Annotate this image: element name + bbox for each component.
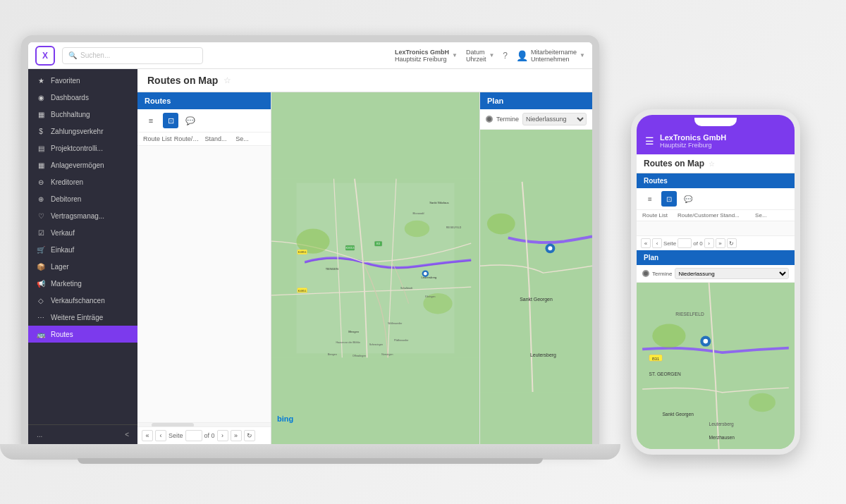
marketing-icon: 📢 bbox=[37, 279, 45, 288]
phone-wrapper: ☰ LexTronics GmbH Hauptsitz Freiburg Rou… bbox=[631, 109, 807, 462]
page-title-bar: Routes on Map ☆ bbox=[137, 69, 592, 92]
phone-content: Routes on Map ☆ Routes ≡ ⊡ 💬 Route List … bbox=[637, 154, 795, 449]
phone-map-view-button[interactable]: ⊡ bbox=[661, 191, 677, 207]
help-button[interactable]: ? bbox=[503, 51, 508, 61]
search-bar[interactable]: 🔍 Suchen... bbox=[62, 47, 203, 64]
sidebar-item-weitere[interactable]: ⋯ Weitere Einträge bbox=[28, 309, 137, 326]
phone-chat-button[interactable]: 💬 bbox=[680, 191, 696, 207]
phone-page-input[interactable] bbox=[678, 238, 692, 248]
dashboard-icon: ◉ bbox=[37, 93, 45, 102]
svg-text:Mooswald: Mooswald bbox=[413, 212, 424, 215]
routes-list-content bbox=[137, 146, 271, 422]
sidebar-item-kreditoren[interactable]: ⊖ Kreditoren bbox=[28, 173, 137, 190]
svg-text:Biengen: Biengen bbox=[328, 353, 337, 356]
phone-routes-content bbox=[637, 221, 795, 235]
last-page-button[interactable]: » bbox=[231, 430, 242, 441]
next-page-button[interactable]: › bbox=[217, 430, 228, 441]
top-right-area: LexTronics GmbH Hauptsitz Freiburg ▼ Dat… bbox=[395, 49, 585, 63]
laptop-foot bbox=[78, 458, 543, 464]
phone-next-page[interactable]: › bbox=[704, 238, 714, 248]
svg-text:K9053: K9053 bbox=[346, 246, 355, 250]
sidebar-item-verkaufschancen[interactable]: ◇ Verkaufschancen bbox=[28, 292, 137, 309]
svg-text:B31: B31 bbox=[652, 357, 659, 361]
svg-text:Norsingen: Norsingen bbox=[381, 353, 393, 356]
more-dots[interactable]: ... bbox=[37, 431, 42, 438]
bing-badge: bing bbox=[277, 414, 293, 423]
first-page-button[interactable]: « bbox=[142, 430, 153, 441]
sidebar-item-anlagevermoegen[interactable]: ▦ Anlagevermögen bbox=[28, 156, 137, 173]
phone-filter-dot-icon bbox=[642, 270, 649, 277]
sidebar-item-buchhaltung[interactable]: ▦ Buchhaltung bbox=[28, 106, 137, 123]
svg-point-37 bbox=[652, 324, 685, 348]
refresh-button[interactable]: ↻ bbox=[244, 430, 255, 441]
svg-text:Schallstadt: Schallstadt bbox=[400, 287, 412, 290]
user-selector[interactable]: 👤 Mitarbeitername Unternehmen ▼ bbox=[516, 49, 585, 63]
phone-first-page[interactable]: « bbox=[641, 238, 651, 248]
collapse-button[interactable]: < bbox=[125, 431, 129, 438]
zahlungsverkehr-icon: $ bbox=[37, 127, 45, 135]
list-view-button[interactable]: ≡ bbox=[143, 113, 159, 128]
sidebar-item-projektcontrolling[interactable]: ▤ Projektcontrolli... bbox=[28, 140, 137, 156]
page-title: Routes on Map bbox=[147, 75, 218, 86]
phone-frame: ☰ LexTronics GmbH Hauptsitz Freiburg Rou… bbox=[631, 109, 800, 455]
buchhaltung-icon: ▦ bbox=[37, 110, 45, 118]
phone-refresh[interactable]: ↻ bbox=[727, 238, 737, 248]
lager-icon: 📦 bbox=[37, 262, 45, 271]
phone-map-svg: RIESELFELD ST. GEORGEN Sankt Georgen Mer… bbox=[637, 283, 795, 449]
phone-prev-page[interactable]: ‹ bbox=[652, 238, 662, 248]
sidebar-item-verkauf[interactable]: ☑ Verkauf bbox=[28, 224, 137, 241]
page-number-input[interactable] bbox=[185, 430, 202, 441]
svg-point-35 bbox=[548, 246, 552, 250]
map-background: Sankt Nikolaus Mooswald RIESELFELD TIENG… bbox=[271, 92, 479, 444]
date-selector[interactable]: Datum Uhrzeit ▼ bbox=[466, 49, 494, 63]
phone-page-title-bar: Routes on Map ☆ bbox=[637, 154, 795, 173]
phone-pagination-bar: « ‹ Seite of 0 › » ↻ bbox=[637, 235, 795, 250]
routes-panel-toolbar: ≡ ⊡ 💬 bbox=[137, 109, 271, 133]
sidebar-item-einkauf[interactable]: 🛒 Einkauf bbox=[28, 241, 137, 258]
sidebar-item-favoriten[interactable]: ★ Favoriten bbox=[28, 72, 137, 89]
prev-page-button[interactable]: ‹ bbox=[155, 430, 166, 441]
weitere-icon: ⋯ bbox=[37, 313, 45, 321]
niederlassung-select[interactable]: Niederlassung bbox=[522, 113, 587, 125]
sidebar-bottom: ... < bbox=[28, 424, 137, 444]
svg-text:Leutersberg: Leutersberg bbox=[530, 352, 556, 358]
sidebar-item-debitoren[interactable]: ⊕ Debitoren bbox=[28, 190, 137, 207]
phone-menu-icon[interactable]: ☰ bbox=[645, 135, 654, 147]
content-area: Routes on Map ☆ Routes ≡ bbox=[137, 69, 592, 444]
phone-routes-toolbar: ≡ ⊡ 💬 bbox=[637, 188, 795, 210]
svg-point-47 bbox=[704, 339, 709, 344]
chat-button[interactable]: 💬 bbox=[183, 113, 198, 128]
svg-text:Mengen: Mengen bbox=[348, 330, 360, 333]
map-area: Sankt Nikolaus Mooswald RIESELFELD TIENG… bbox=[271, 92, 479, 444]
svg-text:B3: B3 bbox=[376, 242, 381, 245]
company-selector[interactable]: LexTronics GmbH Hauptsitz Freiburg ▼ bbox=[395, 49, 458, 63]
filter-dot-icon bbox=[486, 116, 493, 123]
svg-text:TIENGEN: TIENGEN bbox=[326, 267, 338, 271]
svg-text:Leutersberg: Leutersberg bbox=[709, 422, 735, 427]
svg-text:Sankt Georgen: Sankt Georgen bbox=[662, 412, 694, 417]
phone-list-view-button[interactable]: ≡ bbox=[642, 191, 658, 207]
sidebar-item-lager[interactable]: 📦 Lager bbox=[28, 258, 137, 275]
map-view-button[interactable]: ⊡ bbox=[163, 113, 178, 128]
app-logo: X bbox=[35, 46, 55, 66]
company-dropdown-arrow: ▼ bbox=[452, 52, 458, 59]
phone-favorite-star[interactable]: ☆ bbox=[709, 160, 715, 168]
svg-point-31 bbox=[487, 214, 515, 235]
verkaufschancen-icon: ◇ bbox=[37, 296, 45, 305]
svg-text:Wolfenweiler: Wolfenweiler bbox=[388, 322, 403, 325]
svg-text:Scherzingen: Scherzingen bbox=[369, 343, 384, 346]
favorite-star-icon[interactable]: ☆ bbox=[223, 75, 231, 85]
phone-last-page[interactable]: » bbox=[716, 238, 725, 248]
sidebar-item-routes[interactable]: 🚌 Routes bbox=[28, 326, 137, 343]
map-svg: Sankt Nikolaus Mooswald RIESELFELD TIENG… bbox=[271, 92, 479, 444]
svg-text:Ebringen: Ebringen bbox=[425, 295, 435, 298]
panels-row: Routes ≡ ⊡ 💬 Route List Route/Customer bbox=[137, 92, 592, 444]
phone-plan-filter-row: Termine Niederlassung bbox=[637, 265, 795, 283]
sidebar-item-zahlungsverkehr[interactable]: $ Zahlungsverkehr bbox=[28, 123, 137, 140]
sidebar-item-vertragsmanag[interactable]: ♡ Vertragsmanag... bbox=[28, 207, 137, 224]
laptop-base bbox=[0, 444, 620, 460]
sidebar-item-dashboards[interactable]: ◉ Dashboards bbox=[28, 89, 137, 106]
vertrag-icon: ♡ bbox=[37, 211, 45, 220]
sidebar-item-marketing[interactable]: 📢 Marketing bbox=[28, 275, 137, 292]
phone-niederlassung-select[interactable]: Niederlassung bbox=[675, 268, 789, 279]
